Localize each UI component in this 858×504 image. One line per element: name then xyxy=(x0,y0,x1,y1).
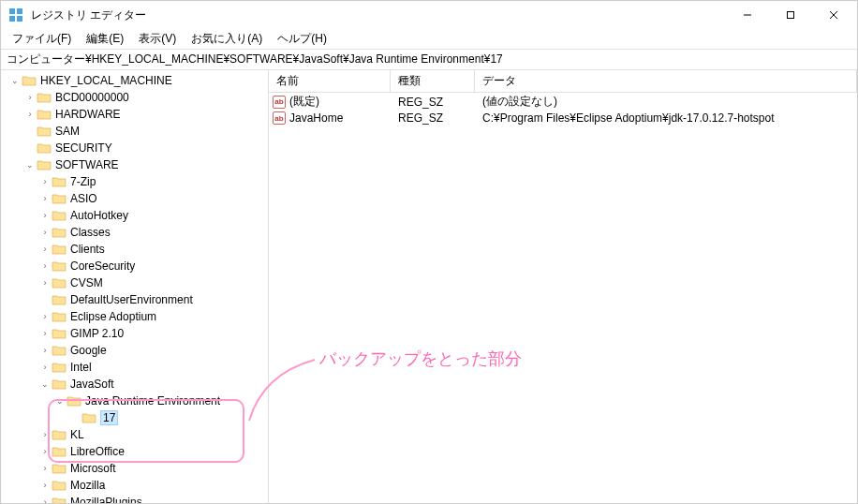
list-row[interactable]: ab(既定)REG_SZ(値の設定なし) xyxy=(269,93,857,111)
tree-node[interactable]: ⌄HKEY_LOCAL_MACHINE xyxy=(1,72,268,89)
tree-node[interactable]: ›GIMP 2.10 xyxy=(1,325,268,342)
close-button[interactable] xyxy=(812,1,855,29)
folder-icon xyxy=(52,496,67,503)
tree-node[interactable]: ›Mozilla xyxy=(1,477,268,494)
tree-node[interactable]: ›ASIO xyxy=(1,190,268,207)
folder-icon xyxy=(52,259,67,273)
expander-icon[interactable]: › xyxy=(38,276,52,289)
menu-file[interactable]: ファイル(F) xyxy=(5,29,79,49)
folder-icon xyxy=(52,293,67,306)
folder-icon xyxy=(37,108,52,121)
expander-icon[interactable]: ⌄ xyxy=(53,394,67,408)
expander-icon[interactable]: ⌄ xyxy=(8,74,22,87)
tree-node[interactable]: ›HARDWARE xyxy=(1,106,268,123)
tree-node[interactable]: 17 xyxy=(1,409,268,426)
tree-node[interactable]: ›Classes xyxy=(1,224,268,241)
expander-icon[interactable]: › xyxy=(38,192,52,205)
tree-node-label: JavaSoft xyxy=(70,378,114,391)
expander-icon[interactable]: › xyxy=(38,428,52,441)
tree-node-label: LibreOffice xyxy=(70,445,125,458)
tree-node-label: HARDWARE xyxy=(55,108,121,121)
maximize-button[interactable] xyxy=(769,1,812,29)
tree-node[interactable]: ⌄Java Runtime Environment xyxy=(1,393,268,409)
tree-node[interactable]: ›Intel xyxy=(1,359,268,376)
value-data: C:¥Program Files¥Eclipse Adoptium¥jdk-17… xyxy=(475,111,857,125)
string-value-icon: ab xyxy=(273,111,286,125)
tree-node[interactable]: ⌄SOFTWARE xyxy=(1,156,268,173)
expander-icon[interactable]: › xyxy=(38,479,52,492)
value-data: (値の設定なし) xyxy=(475,94,857,110)
tree-node-label: MozillaPlugins xyxy=(70,496,142,503)
tree-node[interactable]: SAM xyxy=(1,123,268,140)
col-data-header[interactable]: データ xyxy=(475,70,857,92)
col-type-header[interactable]: 種類 xyxy=(391,70,475,92)
expander-icon[interactable]: › xyxy=(23,108,37,121)
expander-icon[interactable]: › xyxy=(38,310,52,323)
folder-icon xyxy=(52,243,67,256)
menu-view[interactable]: 表示(V) xyxy=(131,29,184,49)
folder-icon xyxy=(37,158,52,171)
menu-favorites[interactable]: お気に入り(A) xyxy=(184,29,270,49)
expander-icon[interactable]: › xyxy=(38,259,52,273)
tree-node-label: CoreSecurity xyxy=(70,259,135,273)
expander-icon[interactable]: › xyxy=(38,344,52,357)
expander-icon[interactable]: › xyxy=(38,226,52,239)
tree-node[interactable]: ›AutoHotkey xyxy=(1,207,268,224)
tree-node[interactable]: ›Google xyxy=(1,342,268,359)
tree-node[interactable]: ›Eclipse Adoptium xyxy=(1,308,268,325)
expander-icon[interactable]: ⌄ xyxy=(38,378,52,391)
value-type: REG_SZ xyxy=(391,111,475,125)
tree-node[interactable]: ›BCD00000000 xyxy=(1,89,268,106)
list-row[interactable]: abJavaHomeREG_SZC:¥Program Files¥Eclipse… xyxy=(269,111,857,126)
expander-icon[interactable]: › xyxy=(38,445,52,458)
expander-icon[interactable]: › xyxy=(38,327,52,340)
tree-node[interactable]: ›Microsoft xyxy=(1,460,268,477)
tree-node[interactable]: SECURITY xyxy=(1,140,268,156)
folder-icon xyxy=(52,479,67,492)
value-name: (既定) xyxy=(289,94,319,110)
folder-icon xyxy=(37,125,52,138)
expander-icon[interactable]: ⌄ xyxy=(23,158,37,171)
menu-help[interactable]: ヘルプ(H) xyxy=(270,29,334,49)
svg-rect-3 xyxy=(17,16,22,22)
expander-icon[interactable]: › xyxy=(23,91,37,104)
tree-node[interactable]: ›MozillaPlugins xyxy=(1,494,268,503)
expander-icon[interactable]: › xyxy=(38,209,52,222)
menu-edit[interactable]: 編集(E) xyxy=(79,29,131,49)
value-type: REG_SZ xyxy=(391,96,475,109)
window-title: レジストリ エディター xyxy=(31,7,726,23)
tree-node[interactable]: ›CoreSecurity xyxy=(1,258,268,274)
string-value-icon: ab xyxy=(273,96,286,109)
folder-icon xyxy=(52,361,67,374)
expander-icon[interactable]: › xyxy=(38,361,52,374)
folder-icon xyxy=(67,394,81,408)
expander-icon[interactable]: › xyxy=(38,462,52,475)
tree-node[interactable]: ›7-Zip xyxy=(1,173,268,190)
tree-node[interactable]: ⌄JavaSoft xyxy=(1,376,268,393)
tree-pane[interactable]: ⌄HKEY_LOCAL_MACHINE›BCD00000000›HARDWARE… xyxy=(1,70,269,503)
expander-icon[interactable]: › xyxy=(38,243,52,256)
tree-node[interactable]: ›CVSM xyxy=(1,274,268,291)
folder-icon xyxy=(37,141,52,155)
svg-rect-2 xyxy=(9,16,15,22)
minimize-button[interactable] xyxy=(726,1,769,29)
tree-node[interactable]: ›Clients xyxy=(1,241,268,258)
folder-icon xyxy=(81,411,96,424)
tree-node-label: Google xyxy=(70,344,107,357)
address-path[interactable]: コンピューター¥HKEY_LOCAL_MACHINE¥SOFTWARE¥Java… xyxy=(7,52,851,67)
expander-icon[interactable]: › xyxy=(38,175,52,188)
tree-node-label: SOFTWARE xyxy=(55,158,119,171)
tree-node-label: AutoHotkey xyxy=(70,209,128,222)
tree-node[interactable]: ›LibreOffice xyxy=(1,443,268,460)
tree-node[interactable]: ›KL xyxy=(1,426,268,443)
expander-icon[interactable]: › xyxy=(38,496,52,503)
tree-node-label: CVSM xyxy=(70,276,103,289)
tree-node[interactable]: DefaultUserEnvironment xyxy=(1,291,268,308)
tree-node-label: GIMP 2.10 xyxy=(70,327,124,340)
address-bar: コンピューター¥HKEY_LOCAL_MACHINE¥SOFTWARE¥Java… xyxy=(1,50,857,70)
list-rows: ab(既定)REG_SZ(値の設定なし)abJavaHomeREG_SZC:¥P… xyxy=(269,93,857,503)
tree-node-label: Intel xyxy=(70,361,92,374)
col-name-header[interactable]: 名前 xyxy=(269,70,391,92)
tree-node-label: DefaultUserEnvironment xyxy=(70,293,193,306)
tree-node-label: Classes xyxy=(70,226,111,239)
